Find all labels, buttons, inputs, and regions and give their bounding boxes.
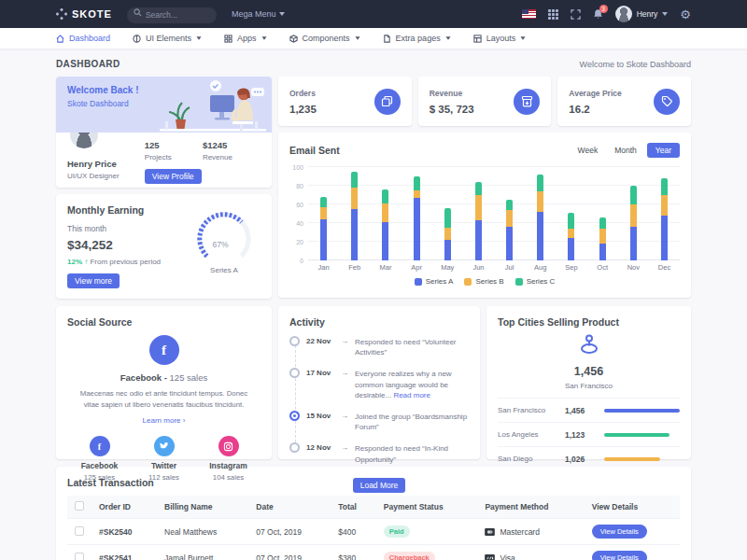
month-button[interactable]: Month (608, 144, 643, 157)
x-axis-label: Sep (556, 263, 586, 272)
brand-logo[interactable]: SKOTE (56, 8, 112, 20)
bar-segment-series-b (568, 229, 574, 238)
table-row: #SK2540 Neal Matthews 07 Oct, 2019 $400 … (67, 519, 680, 545)
nav-item-components[interactable]: Components (289, 34, 360, 43)
view-details-button[interactable]: View Details (592, 525, 647, 539)
bar-segment-series-a (475, 220, 482, 260)
revenue-stat: $1245 Revenue (203, 140, 261, 161)
learn-more-link[interactable]: Learn more › (143, 416, 186, 425)
x-axis-label: Jun (463, 263, 494, 272)
transaction-order-id: #SK2541 (92, 545, 157, 560)
bar-segment-series-c (351, 172, 358, 188)
read-more-link[interactable]: Read more (393, 391, 430, 399)
facebook-name: Facebook (67, 461, 132, 470)
bar-segment-series-a (351, 209, 358, 260)
notifications-bell-icon[interactable]: 3 (593, 8, 603, 20)
revenue-value: $1245 (203, 140, 261, 150)
bar-segment-series-a (414, 198, 420, 260)
table-row: #SK2541 Jamal Burnett 07 Oct, 2019 $380 … (67, 545, 680, 560)
dashboard-row-1: Welcome Back ! Skote Dashboard (56, 77, 691, 299)
nav-label: Extra pages (396, 34, 441, 43)
timeline-circle-icon (289, 368, 300, 378)
arrow-right-icon: → (341, 443, 348, 452)
row-checkbox[interactable] (75, 553, 84, 560)
nav-item-apps[interactable]: Apps (224, 34, 267, 43)
user-menu[interactable]: Henry (615, 6, 669, 22)
language-flag-icon[interactable] (522, 9, 536, 19)
twitter-icon (154, 436, 175, 456)
change-note: From previous period (90, 258, 161, 266)
projects-stat: 125 Projects (145, 140, 203, 161)
transaction-billing-name: Jamal Burnett (157, 545, 248, 560)
legend-item[interactable]: Series A (415, 277, 454, 286)
bar-segment-series-c (661, 178, 668, 195)
legend-item[interactable]: Series C (515, 277, 556, 286)
user-avatar (615, 6, 632, 22)
welcome-stats: 125 Projects $1245 Revenue View Profile (145, 133, 261, 184)
row-checkbox[interactable] (75, 526, 84, 536)
welcome-card-body: Henry Price UI/UX Designer 125 Projects (56, 133, 272, 184)
user-name: Henry (637, 9, 658, 19)
week-button[interactable]: Week (571, 144, 605, 157)
x-axis-label: Feb (339, 263, 370, 272)
legend-label: Series B (475, 277, 503, 286)
bar-segment-series-c (382, 189, 388, 203)
bar-stack (568, 213, 574, 260)
arrow-right-icon: → (341, 337, 348, 345)
y-axis-tick: 0 (300, 258, 303, 264)
transaction-order-id: #SK2540 (92, 519, 157, 545)
mega-menu-label: Mega Menu (232, 9, 276, 19)
timeline-circle-icon (289, 442, 300, 453)
x-axis-label: Nov (618, 263, 649, 272)
load-more-button[interactable]: Load More (353, 478, 406, 493)
view-more-button[interactable]: View more (67, 273, 120, 288)
transaction-total: $380 (331, 545, 376, 560)
select-all-checkbox[interactable] (75, 501, 84, 511)
monthly-earning-left: Monthly Earning This month $34,252 12% ↑… (67, 204, 188, 288)
city-progress-track (604, 433, 680, 437)
nav-label: Layouts (486, 34, 516, 43)
copy-icon (374, 89, 401, 115)
fullscreen-icon[interactable] (571, 9, 581, 20)
twitter-item[interactable]: Twitter 112 sales (132, 436, 196, 482)
nav-item-ui-elements[interactable]: UI Elements (133, 34, 202, 43)
transaction-billing-name: Neal Matthews (157, 519, 248, 545)
apps-grid-icon[interactable] (548, 9, 558, 20)
top-city-total: 1,456 (498, 365, 680, 378)
transaction-method: Visa (500, 553, 514, 560)
arrow-up-icon: ↑ (84, 258, 88, 266)
x-axis-label: Jan (308, 263, 339, 272)
view-profile-button[interactable]: View Profile (145, 169, 202, 184)
nav-item-dashboard[interactable]: Dashboard (56, 34, 110, 43)
bar-segment-series-b (382, 203, 388, 222)
year-button[interactable]: Year (647, 143, 680, 158)
settings-gear-icon[interactable]: ⚙ (680, 8, 691, 21)
legend-swatch (415, 278, 422, 286)
bar-segment-series-a (568, 238, 574, 260)
topbar-right: 3 Henry ⚙ (522, 6, 691, 22)
city-name: San Diego (498, 455, 565, 463)
monthly-earning-period: This month (67, 224, 188, 233)
header-payment-method: Payment Method (477, 496, 584, 519)
mastercard-icon (485, 528, 495, 536)
topbar: SKOTE Mega Menu 3 (0, 0, 747, 28)
x-axis-label: Apr (402, 263, 432, 272)
header-payment-status: Payment Status (376, 496, 478, 519)
facebook-item[interactable]: f Facebook 125 sales (67, 436, 132, 482)
apps-icon (224, 35, 233, 43)
chevron-down-icon (445, 36, 450, 39)
bar-segment-series-a (630, 227, 637, 260)
view-details-button[interactable]: View Details (592, 551, 647, 560)
activity-date: 15 Nov (306, 412, 334, 420)
legend-swatch (515, 278, 523, 286)
nav-item-extra-pages[interactable]: Extra pages (383, 34, 451, 43)
nav-item-layouts[interactable]: Layouts (473, 34, 527, 43)
email-chart-legend: Series ASeries BSeries C (289, 277, 680, 286)
header-total: Total (331, 496, 376, 519)
activity-item: 17 Nov → Everyone realizes why a new com… (289, 368, 469, 400)
bar-column (308, 167, 339, 260)
header-view-details: View Details (585, 496, 680, 519)
legend-item[interactable]: Series B (464, 277, 503, 286)
mega-menu-button[interactable]: Mega Menu (232, 9, 286, 19)
instagram-item[interactable]: Instagram 104 sales (196, 436, 261, 482)
